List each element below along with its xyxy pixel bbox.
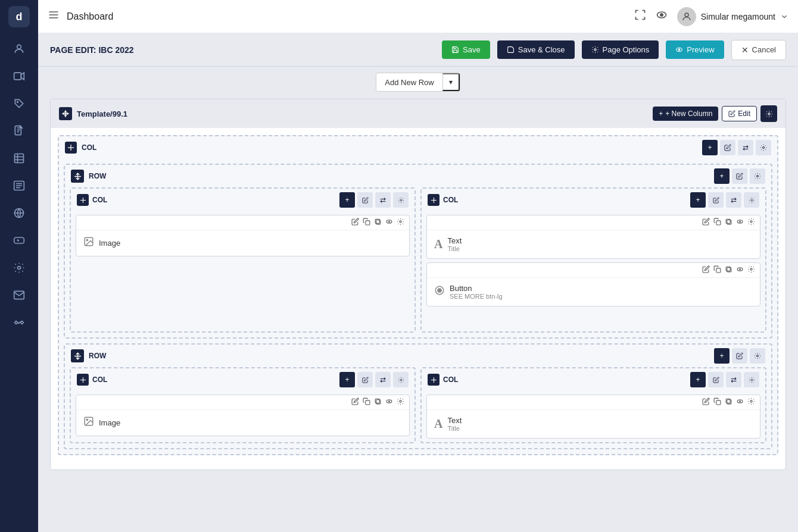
sidebar-item-globe[interactable] [7, 201, 31, 225]
row-1-right-col-move-icon[interactable] [428, 194, 439, 206]
add-row-dropdown-button[interactable]: ▾ [442, 73, 460, 91]
row-1-right-settings-button[interactable] [744, 192, 759, 208]
row-2-right-col-move-icon[interactable] [428, 374, 439, 386]
text-widget-eye-icon[interactable] [736, 218, 744, 227]
outer-col-add-button[interactable]: + [702, 140, 718, 155]
text-widget-2-name: Text [447, 416, 462, 425]
fullscreen-icon[interactable] [634, 9, 646, 24]
button-widget-eye-icon[interactable] [736, 265, 744, 275]
image2-clone-icon[interactable] [374, 398, 382, 407]
row-2-left-add-button[interactable]: + [339, 372, 355, 387]
image2-eye-icon[interactable] [385, 398, 393, 407]
add-row-btn[interactable]: Add New Row ▾ [376, 73, 460, 92]
image2-settings-icon[interactable] [397, 398, 404, 407]
row-1-move-icon[interactable] [71, 170, 84, 183]
row-2-left-edit-button[interactable] [357, 372, 373, 387]
row-1-right-edit-button[interactable] [708, 192, 724, 208]
svg-rect-55 [716, 400, 721, 405]
image-widget-1-toolbar [76, 215, 409, 230]
text2-eye-icon[interactable] [736, 398, 744, 407]
row-1-left-swap-button[interactable]: ⇄ [375, 192, 391, 208]
button-widget-edit-icon[interactable] [702, 265, 710, 275]
text2-copy-icon[interactable] [713, 398, 721, 407]
sidebar-item-table[interactable] [7, 146, 31, 170]
sidebar-item-game[interactable] [7, 229, 31, 252]
svg-rect-47 [375, 399, 379, 403]
button-widget-clone-icon[interactable] [725, 265, 732, 275]
sidebar-item-user[interactable] [7, 37, 31, 61]
outer-col-edit-button[interactable] [720, 140, 735, 155]
text2-edit-icon[interactable] [702, 398, 710, 407]
row-2-left-settings-button[interactable] [393, 372, 409, 387]
widget-copy-icon[interactable] [363, 218, 370, 227]
image2-edit-icon[interactable] [351, 398, 359, 407]
button-widget-settings-icon[interactable] [747, 265, 755, 275]
page-options-button[interactable]: Page Options [582, 40, 659, 59]
text-widget-edit-icon[interactable] [702, 218, 710, 227]
preview-button[interactable]: Preview [666, 40, 724, 59]
chevron-down-icon [780, 12, 788, 21]
outer-col-settings-button[interactable] [756, 140, 771, 155]
sidebar-item-settings[interactable] [7, 256, 31, 280]
sidebar-item-video[interactable] [7, 64, 31, 88]
row-2-move-icon[interactable] [71, 349, 84, 362]
row-1-settings-button[interactable] [750, 168, 765, 184]
svg-point-41 [750, 268, 752, 270]
text-widget-1-body: A Text Title [427, 230, 760, 258]
add-row-main-button[interactable]: Add New Row [376, 74, 442, 90]
row-2-settings-button[interactable] [750, 348, 765, 364]
menu-icon[interactable] [48, 9, 60, 24]
template-settings-button[interactable] [760, 105, 777, 122]
text2-settings-icon[interactable] [747, 398, 755, 407]
svg-point-14 [594, 49, 596, 51]
template-move-icon[interactable] [59, 107, 72, 120]
eye-icon[interactable] [656, 9, 668, 24]
widget-eye-icon[interactable] [385, 218, 393, 227]
save-close-button[interactable]: Save & Close [497, 40, 575, 59]
row-1-left-settings-button[interactable] [393, 192, 409, 208]
row-1-left-col-move-icon[interactable] [77, 194, 89, 206]
sidebar-item-mail[interactable] [7, 283, 31, 307]
row-1-add-button[interactable]: + [714, 168, 730, 184]
sidebar-item-list[interactable] [7, 174, 31, 198]
sidebar-item-doc[interactable] [7, 119, 31, 143]
row-1-edit-button[interactable] [732, 168, 747, 184]
save-button[interactable]: Save [442, 40, 490, 59]
text-widget-copy-icon[interactable] [713, 218, 721, 227]
outer-col-move-icon[interactable] [65, 142, 77, 154]
row-2-left-swap-button[interactable]: ⇄ [375, 372, 391, 387]
sidebar-logo[interactable]: d [8, 6, 30, 27]
row-2-right-swap-button[interactable]: ⇄ [726, 372, 741, 387]
text-widget-settings-icon[interactable] [747, 218, 755, 227]
row-2-left-col-move-icon[interactable] [77, 374, 89, 386]
sidebar-item-handshake[interactable] [7, 311, 31, 334]
image2-copy-icon[interactable] [363, 398, 370, 407]
row-1-right-add-button[interactable]: + [690, 192, 706, 208]
new-column-button[interactable]: + + New Column [653, 107, 718, 121]
outer-col-swap-button[interactable]: ⇄ [738, 140, 753, 155]
row-1-left-edit-button[interactable] [357, 192, 373, 208]
text2-clone-icon[interactable] [725, 398, 732, 407]
edit-template-button[interactable]: Edit [722, 106, 757, 121]
row-2-right-settings-button[interactable] [744, 372, 759, 387]
svg-point-34 [739, 221, 740, 222]
row-2-add-button[interactable]: + [714, 348, 730, 364]
svg-point-49 [386, 400, 392, 403]
widget-settings-icon[interactable] [397, 218, 404, 227]
svg-point-0 [17, 45, 21, 49]
button-widget-copy-icon[interactable] [713, 265, 721, 275]
row-2-edit-button[interactable] [732, 348, 747, 364]
row-1-right-swap-button[interactable]: ⇄ [726, 192, 741, 208]
row-2-right-add-button[interactable]: + [690, 372, 706, 387]
svg-rect-22 [375, 219, 379, 223]
row-1-left-add-button[interactable]: + [339, 192, 355, 208]
row-2-right-edit-button[interactable] [708, 372, 724, 387]
cancel-button[interactable]: ✕ Cancel [731, 40, 786, 60]
text-widget-1-name: Text [447, 236, 462, 245]
user-menu[interactable]: Simular megamount [677, 7, 788, 26]
sidebar-item-tag[interactable] [7, 92, 31, 115]
svg-rect-30 [716, 221, 721, 225]
text-widget-clone-icon[interactable] [725, 218, 732, 227]
widget-clone-icon[interactable] [374, 218, 382, 227]
widget-edit-icon[interactable] [351, 218, 359, 227]
